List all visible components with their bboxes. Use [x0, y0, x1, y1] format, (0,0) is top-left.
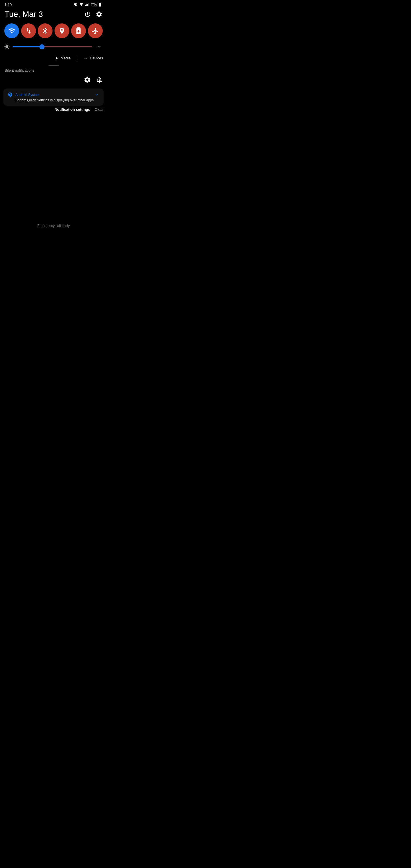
status-icons: 47% — [73, 2, 102, 7]
notif-expand-button[interactable] — [94, 92, 100, 98]
date-text: Tue, Mar 3 — [5, 10, 43, 19]
brightness-row — [0, 42, 107, 54]
quick-tiles — [0, 21, 107, 42]
tile-data[interactable] — [21, 23, 36, 38]
settings-icon[interactable] — [96, 11, 102, 18]
media-devices-row: Media | Devices — [0, 54, 107, 64]
notif-header: Android System — [7, 92, 100, 98]
notification-bell-icon[interactable] — [96, 76, 103, 83]
tile-battery-saver[interactable] — [71, 23, 86, 38]
emergency-calls-text: Emergency calls only — [0, 224, 107, 228]
tile-bluetooth[interactable] — [38, 23, 53, 38]
expand-button[interactable] — [95, 43, 103, 51]
status-bar: 1:19 47% — [0, 0, 107, 8]
notif-app-row: Android System — [7, 92, 40, 98]
drag-handle-bar — [49, 65, 59, 66]
signal-icon — [85, 2, 89, 7]
brightness-thumb — [39, 44, 44, 50]
notification-settings-button[interactable]: Notification settings — [55, 107, 90, 112]
brightness-icon — [4, 44, 10, 50]
tile-airplane[interactable] — [88, 23, 103, 38]
notification-card: Android System Bottom Quick Settings is … — [3, 89, 104, 106]
svg-point-5 — [85, 58, 86, 59]
divider: | — [76, 55, 78, 61]
notif-message: Bottom Quick Settings is displaying over… — [15, 98, 100, 102]
media-button[interactable]: Media — [54, 56, 70, 61]
status-time: 1:19 — [5, 3, 12, 7]
svg-rect-0 — [85, 5, 86, 6]
drag-handle[interactable] — [0, 64, 107, 67]
power-icon[interactable] — [84, 11, 91, 18]
svg-rect-3 — [88, 3, 89, 6]
battery-icon — [98, 2, 102, 7]
date-row: Tue, Mar 3 — [0, 8, 107, 21]
tile-location[interactable] — [55, 23, 69, 38]
notif-actions: Notification settings Clear — [3, 107, 104, 112]
wifi-status-icon — [79, 2, 84, 7]
notification-gear-icon[interactable] — [84, 76, 91, 83]
devices-button[interactable]: Devices — [84, 56, 103, 61]
devices-label: Devices — [90, 56, 103, 60]
battery-percent: 47% — [91, 3, 97, 6]
media-label: Media — [61, 56, 70, 60]
mute-icon — [73, 2, 78, 7]
svg-point-4 — [85, 58, 85, 59]
silent-notifications-label: Silent notifications — [0, 67, 107, 75]
brightness-slider[interactable] — [12, 46, 92, 48]
svg-point-6 — [87, 58, 87, 59]
svg-rect-2 — [87, 4, 88, 6]
tile-wifi[interactable] — [4, 23, 19, 38]
svg-rect-1 — [86, 4, 87, 6]
android-system-icon — [7, 92, 13, 98]
bottom-icons-row — [0, 75, 107, 87]
date-controls — [84, 11, 102, 18]
notification-clear-button[interactable]: Clear — [95, 107, 104, 112]
notif-app-name: Android System — [15, 93, 40, 97]
